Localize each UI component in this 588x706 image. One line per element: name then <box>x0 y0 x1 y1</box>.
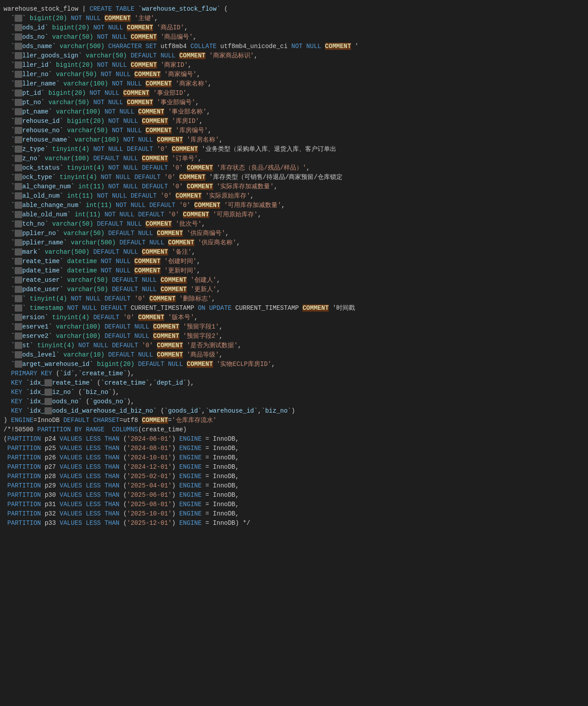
table-row: warehouse_stock_flow | CREATE TABLE `war… <box>0 4 588 14</box>
table-row: PARTITION p25 VALUES LESS THAN ('2024-08… <box>0 444 588 453</box>
redacted-text: ██ <box>15 342 22 349</box>
table-row: `██tch_no` varchar(50) DEFAULT NULL COMM… <box>0 219 588 229</box>
redacted-text: ██ <box>44 398 52 405</box>
table-row: `██ller_name` varchar(100) NOT NULL COMM… <box>0 79 588 89</box>
redacted-text: ██ <box>15 33 22 41</box>
comment-keyword: COMMENT <box>142 417 168 424</box>
comment-keyword: COMMENT <box>302 304 329 312</box>
redacted-text: ██ <box>15 52 22 59</box>
table-row: `██pdate_user` varchar(50) DEFAULT NULL … <box>0 285 588 294</box>
table-row: KEY `idx_██oods_id_warehouse_id_biz_no` … <box>0 406 588 416</box>
redacted-text: ██ <box>15 258 22 265</box>
comment-keyword: COMMENT <box>187 164 213 171</box>
table-row: `██able_old_num` int(11) NOT NULL DEFAUL… <box>0 210 588 219</box>
table-row: `██pt_id` bigint(20) NOT NULL COMMENT '事… <box>0 89 588 98</box>
table-row: `██ods_level` varchar(10) DEFAULT NULL C… <box>0 350 588 360</box>
redacted-text: ██ <box>15 248 22 256</box>
redacted-text: ██ <box>15 15 22 22</box>
comment-keyword: COMMENT <box>168 239 194 246</box>
redacted-text: ██ <box>15 108 22 115</box>
comment-keyword: COMMENT <box>142 248 168 256</box>
table-row: `██al_change_num` int(11) NOT NULL DEFAU… <box>0 182 588 191</box>
redacted-text: ██ <box>15 155 22 162</box>
table-row: PARTITION p33 VALUES LESS THAN ('2025-12… <box>0 519 588 528</box>
table-row: (PARTITION p24 VALUES LESS THAN ('2024-0… <box>0 434 588 444</box>
table-row: KEY `idx_██oods_no` (`goods_no`), <box>0 397 588 406</box>
redacted-text: ██ <box>15 118 22 125</box>
table-row: `██st` tinyint(4) NOT NULL DEFAULT '0' C… <box>0 341 588 350</box>
redacted-text: ██ <box>15 24 22 31</box>
table-row: `██ller_no` varchar(50) NOT NULL COMMENT… <box>0 70 588 79</box>
comment-keyword: COMMENT <box>183 211 209 218</box>
comment-keyword: COMMENT <box>172 146 198 153</box>
table-row: `██ller_goods_sign` varchar(50) DEFAULT … <box>0 51 588 61</box>
redacted-text: ██ <box>15 333 22 340</box>
redacted-text: ██ <box>15 164 22 171</box>
table-row: PARTITION p28 VALUES LESS THAN ('2025-02… <box>0 472 588 481</box>
table-row: `██` tinyint(4) NOT NULL DEFAULT '0' COM… <box>0 294 588 304</box>
redacted-text: ██ <box>44 379 52 386</box>
table-row: `██pplier_name` varchar(500) DEFAULT NUL… <box>0 238 588 248</box>
table-row: PARTITION p31 VALUES LESS THAN ('2025-08… <box>0 500 588 509</box>
redacted-text: ██ <box>15 192 22 199</box>
comment-keyword: COMMENT <box>105 15 131 22</box>
table-row: `██z_no` varchar(100) DEFAULT NULL COMME… <box>0 154 588 163</box>
table-row: `██able_change_num` int(11) NOT NULL DEF… <box>0 201 588 210</box>
comment-keyword: COMMENT <box>161 276 187 284</box>
redacted-text: ██ <box>15 80 22 87</box>
redacted-text: ██ <box>44 407 52 414</box>
redacted-text: ██ <box>15 61 22 69</box>
comment-keyword: COMMENT <box>145 127 172 134</box>
table-row: `██ods_no` varchar(50) NOT NULL COMMENT … <box>0 32 588 42</box>
redacted-text: ██ <box>15 71 22 78</box>
comment-keyword: COMMENT <box>153 333 179 340</box>
table-row: KEY `idx_██iz_no` (`biz_no`), <box>0 388 588 397</box>
comment-keyword: COMMENT <box>179 174 205 181</box>
redacted-text: ██ <box>15 314 22 321</box>
table-row: `██` bigint(20) NOT NULL COMMENT '主键', <box>0 14 588 23</box>
redacted-text: ██ <box>15 127 22 134</box>
table-row: PARTITION p32 VALUES LESS THAN ('2025-10… <box>0 509 588 519</box>
table-row: `██pplier_no` varchar(50) DEFAULT NULL C… <box>0 229 588 238</box>
table-row: `██mark` varchar(500) DEFAULT NULL COMME… <box>0 248 588 257</box>
table-row: PRIMARY KEY (`id`,`create_time`), <box>0 369 588 378</box>
table-row: `██eserve1` varchar(100) DEFAULT NULL CO… <box>0 322 588 332</box>
redacted-text: ██ <box>15 174 22 181</box>
table-row: PARTITION p29 VALUES LESS THAN ('2025-04… <box>0 481 588 491</box>
redacted-text: ██ <box>15 295 22 302</box>
table-row: `██pt_name` varchar(100) NOT NULL COMMEN… <box>0 107 588 117</box>
comment-keyword: COMMENT <box>157 136 183 143</box>
comment-keyword: COMMENT <box>142 155 168 162</box>
comment-keyword: COMMENT <box>161 286 187 293</box>
comment-keyword: COMMENT <box>142 118 168 125</box>
redacted-text: ██ <box>15 136 22 143</box>
redacted-text: ██ <box>44 389 52 396</box>
table-row: ) ENGINE=InnoDB DEFAULT CHARSET=utf8 COM… <box>0 416 588 425</box>
table-row: `██ller_id` bigint(20) NOT NULL COMMENT … <box>0 61 588 70</box>
comment-keyword: COMMENT <box>179 52 205 59</box>
comment-keyword: COMMENT <box>145 80 172 87</box>
comment-keyword: COMMENT <box>145 220 172 227</box>
redacted-text: ██ <box>15 286 22 293</box>
comment-keyword: COMMENT <box>194 202 221 209</box>
redacted-text: ██ <box>15 43 22 50</box>
table-row: /*!50500 PARTITION BY RANGE COLUMNS(crea… <box>0 425 588 434</box>
comment-keyword: COMMENT <box>138 314 165 321</box>
comment-keyword: COMMENT <box>157 230 183 237</box>
comment-keyword: COMMENT <box>325 43 351 50</box>
table-row: `██eserve2` varchar(100) DEFAULT NULL CO… <box>0 332 588 341</box>
comment-keyword: COMMENT <box>127 99 153 106</box>
redacted-text: ██ <box>15 267 22 274</box>
redacted-text: ██ <box>15 239 22 246</box>
table-row: `██reate_time` datetime NOT NULL COMMENT… <box>0 257 588 266</box>
comment-keyword: COMMENT <box>187 183 213 190</box>
redacted-text: ██ <box>15 304 22 312</box>
table-row: KEY `idx_██reate_time` (`create_time`,`d… <box>0 378 588 388</box>
table-row: `██reate_user` varchar(50) DEFAULT NULL … <box>0 276 588 285</box>
comment-keyword: COMMENT <box>157 342 183 349</box>
redacted-text: ██ <box>15 230 22 237</box>
table-row: `██arget_warehouse_id` bigint(20) DEFAUL… <box>0 360 588 369</box>
table-row: `██rehouse_no` varchar(50) NOT NULL COMM… <box>0 126 588 135</box>
table-row: PARTITION p30 VALUES LESS THAN ('2025-06… <box>0 491 588 500</box>
table-row: `██ods_name` varchar(500) CHARACTER SET … <box>0 42 588 51</box>
